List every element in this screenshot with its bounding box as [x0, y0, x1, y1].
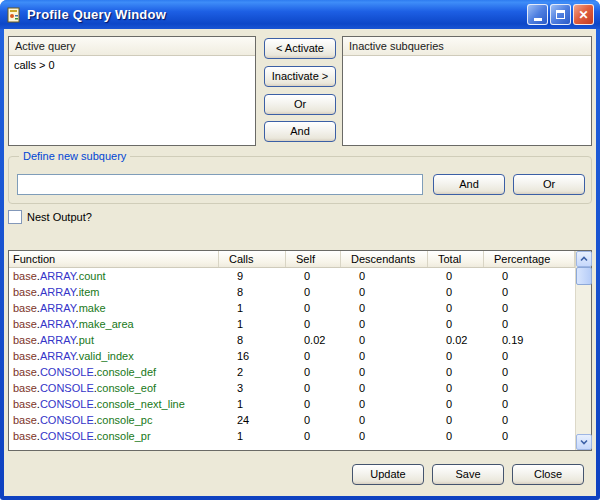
define-subquery-group: Define new subquery And Or: [8, 156, 592, 204]
scroll-down-button[interactable]: [576, 434, 592, 450]
function-cell: base.ARRAY.make: [9, 300, 219, 316]
table-row[interactable]: base.CONSOLE.console_pc240000: [9, 412, 575, 428]
table-row[interactable]: base.ARRAY.make_area10000: [9, 316, 575, 332]
nest-output-row: Nest Output?: [8, 210, 92, 224]
app-icon: [6, 7, 22, 23]
chevron-up-icon: [580, 256, 588, 262]
calls-cell: 8: [219, 332, 286, 348]
percentage-cell: 0: [484, 396, 575, 412]
total-cell: 0: [428, 364, 484, 380]
self-cell: 0: [286, 396, 341, 412]
function-cell: base.CONSOLE.console_def: [9, 364, 219, 380]
self-cell: 0: [286, 284, 341, 300]
subquery-and-button[interactable]: And: [433, 174, 505, 195]
dialog-content: Active query calls > 0 < Activate Inacti…: [4, 29, 596, 496]
scrollbar-track[interactable]: [576, 285, 591, 434]
titlebar-buttons: ✕: [527, 4, 594, 25]
column-header-self[interactable]: Self: [286, 251, 341, 267]
table-row[interactable]: base.CONSOLE.console_next_line10000: [9, 396, 575, 412]
function-cell: base.ARRAY.put: [9, 332, 219, 348]
close-button[interactable]: ✕: [573, 4, 594, 25]
calls-cell: 1: [219, 300, 286, 316]
calls-cell: 16: [219, 348, 286, 364]
descendants-cell: 0: [341, 364, 428, 380]
table-row[interactable]: base.ARRAY.put80.0200.020.19: [9, 332, 575, 348]
self-cell: 0: [286, 428, 341, 444]
percentage-cell: 0: [484, 268, 575, 284]
table-row[interactable]: base.ARRAY.item80000: [9, 284, 575, 300]
close-dialog-button[interactable]: Close: [512, 464, 584, 485]
percentage-cell: 0: [484, 300, 575, 316]
table-main: FunctionCallsSelfDescendantsTotalPercent…: [9, 251, 575, 450]
calls-cell: 3: [219, 380, 286, 396]
function-cell: base.CONSOLE.console_eof: [9, 380, 219, 396]
nest-output-label: Nest Output?: [27, 211, 92, 223]
subquery-input[interactable]: [17, 174, 423, 195]
or-button[interactable]: Or: [264, 94, 336, 115]
total-cell: 0: [428, 348, 484, 364]
nest-output-checkbox[interactable]: [8, 210, 22, 224]
descendants-cell: 0: [341, 316, 428, 332]
total-cell: 0.02: [428, 332, 484, 348]
column-header-calls[interactable]: Calls: [219, 251, 286, 267]
total-cell: 0: [428, 396, 484, 412]
self-cell: 0: [286, 364, 341, 380]
function-cell: base.CONSOLE.console_pc: [9, 412, 219, 428]
minimize-icon: [534, 18, 542, 21]
column-header-percentage[interactable]: Percentage: [484, 251, 575, 267]
percentage-cell: 0.19: [484, 332, 575, 348]
self-cell: 0: [286, 316, 341, 332]
table-body: base.ARRAY.count90000base.ARRAY.item8000…: [9, 268, 575, 444]
scrollbar-thumb[interactable]: [576, 267, 592, 285]
function-cell: base.ARRAY.item: [9, 284, 219, 300]
total-cell: 0: [428, 300, 484, 316]
descendants-cell: 0: [341, 428, 428, 444]
define-subquery-label: Define new subquery: [19, 150, 130, 162]
active-query-item[interactable]: calls > 0: [9, 56, 255, 74]
table-row[interactable]: base.CONSOLE.console_pr10000: [9, 428, 575, 444]
column-header-total[interactable]: Total: [428, 251, 484, 267]
subquery-or-button[interactable]: Or: [513, 174, 585, 195]
titlebar[interactable]: Profile Query Window ✕: [0, 0, 600, 29]
descendants-cell: 0: [341, 396, 428, 412]
maximize-button[interactable]: [550, 4, 571, 25]
maximize-icon: [556, 10, 565, 19]
activate-button[interactable]: < Activate: [264, 38, 336, 59]
total-cell: 0: [428, 268, 484, 284]
descendants-cell: 0: [341, 300, 428, 316]
calls-cell: 24: [219, 412, 286, 428]
active-query-header: Active query: [9, 37, 255, 56]
table-row[interactable]: base.CONSOLE.console_def20000: [9, 364, 575, 380]
self-cell: 0: [286, 380, 341, 396]
function-cell: base.ARRAY.valid_index: [9, 348, 219, 364]
total-cell: 0: [428, 316, 484, 332]
function-cell: base.ARRAY.make_area: [9, 316, 219, 332]
function-cell: base.ARRAY.count: [9, 268, 219, 284]
function-cell: base.CONSOLE.console_pr: [9, 428, 219, 444]
calls-cell: 8: [219, 284, 286, 300]
descendants-cell: 0: [341, 332, 428, 348]
window-title: Profile Query Window: [27, 7, 527, 22]
column-header-descendants[interactable]: Descendants: [341, 251, 428, 267]
update-button[interactable]: Update: [352, 464, 424, 485]
total-cell: 0: [428, 412, 484, 428]
table-row[interactable]: base.ARRAY.count90000: [9, 268, 575, 284]
table-row[interactable]: base.ARRAY.valid_index160000: [9, 348, 575, 364]
percentage-cell: 0: [484, 348, 575, 364]
save-button[interactable]: Save: [432, 464, 504, 485]
and-button[interactable]: And: [264, 121, 336, 142]
column-header-function[interactable]: Function: [9, 251, 219, 267]
inactivate-button[interactable]: Inactivate >: [264, 66, 336, 87]
active-query-list[interactable]: calls > 0: [9, 56, 255, 74]
minimize-button[interactable]: [527, 4, 548, 25]
table-row[interactable]: base.ARRAY.make10000: [9, 300, 575, 316]
percentage-cell: 0: [484, 428, 575, 444]
self-cell: 0.02: [286, 332, 341, 348]
table-header: FunctionCallsSelfDescendantsTotalPercent…: [9, 251, 575, 268]
vertical-scrollbar[interactable]: [575, 251, 591, 450]
self-cell: 0: [286, 300, 341, 316]
descendants-cell: 0: [341, 284, 428, 300]
scroll-up-button[interactable]: [576, 251, 592, 267]
calls-cell: 1: [219, 396, 286, 412]
table-row[interactable]: base.CONSOLE.console_eof30000: [9, 380, 575, 396]
